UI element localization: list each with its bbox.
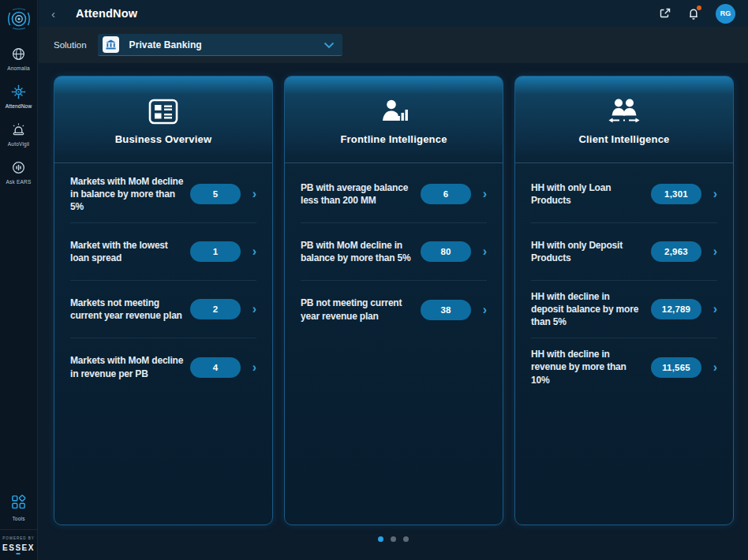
kpi-row: Markets with MoM decline in balance by m… <box>70 166 256 223</box>
kpi-count-pill[interactable]: 5 <box>190 184 241 204</box>
chevron-right-icon[interactable]: › <box>471 188 487 200</box>
kpi-label: HH with decline in deposit balance by mo… <box>531 290 651 329</box>
kpi-label: PB not meeting current year revenue plan <box>301 297 421 322</box>
sidebar-item-label: Ask EARS <box>6 179 32 185</box>
kpi-count-pill[interactable]: 12,789 <box>651 299 701 319</box>
notification-badge <box>697 6 701 10</box>
sidebar: Anomalia AttendNow <box>0 0 38 560</box>
siren-icon <box>11 120 26 139</box>
sidebar-item-ask-ears[interactable]: Ask EARS <box>0 158 38 185</box>
app-logo-icon[interactable] <box>3 5 35 33</box>
card-header: Client Intelligence <box>515 77 733 163</box>
kpi-label: PB with average balance less than 200 MM <box>301 181 421 207</box>
chevron-right-icon[interactable]: › <box>701 303 717 315</box>
card-title: Client Intelligence <box>515 133 733 145</box>
pagination-dot[interactable] <box>378 536 383 542</box>
kpi-count-pill[interactable]: 2 <box>190 299 241 319</box>
bank-icon <box>103 36 119 53</box>
solution-selected-value: Private Banking <box>129 39 202 50</box>
powered-by-label: POWERED BY <box>2 536 35 540</box>
card-business-overview: Business Overview Markets with MoM decli… <box>54 76 273 525</box>
sidebar-item-label: AttendNow <box>6 103 32 109</box>
kpi-row: HH with only Deposit Products 2,963 › <box>531 223 717 281</box>
kpi-label: Markets with MoM decline in balance by m… <box>70 175 190 214</box>
kpi-count-pill[interactable]: 38 <box>421 300 471 320</box>
card-header: Frontline Intelligence <box>285 77 503 163</box>
card-client-intelligence: Client Intelligence HH with only Loan Pr… <box>514 76 734 525</box>
card-rows: Markets with MoM decline in balance by m… <box>54 163 272 525</box>
kpi-count-pill[interactable]: 2,963 <box>651 241 701 262</box>
chevron-right-icon[interactable]: › <box>701 361 717 374</box>
essex-logo: ESSEX <box>2 543 35 552</box>
kpi-count-pill[interactable]: 4 <box>190 357 241 378</box>
chevron-right-icon[interactable]: › <box>701 245 717 258</box>
notification-bell-icon[interactable] <box>687 7 700 21</box>
pagination <box>39 536 748 542</box>
card-frontline-intelligence: Frontline Intelligence PB with average b… <box>284 76 503 525</box>
cards-container: Business Overview Markets with MoM decli… <box>54 76 734 525</box>
main-content: Business Overview Markets with MoM decli… <box>39 63 748 560</box>
kpi-row: PB with MoM decline in balance by more t… <box>301 223 487 281</box>
kpi-count-pill[interactable]: 1 <box>190 241 241 262</box>
kpi-row: HH with only Loan Products 1,301 › <box>531 166 717 223</box>
pagination-dot[interactable] <box>391 536 396 542</box>
external-link-icon[interactable] <box>659 7 671 20</box>
tools-label: Tools <box>12 516 24 521</box>
sidebar-item-attendnow[interactable]: AttendNow <box>0 82 38 109</box>
globe-icon <box>11 44 26 63</box>
card-header: Business Overview <box>54 77 272 163</box>
kpi-row: Markets not meeting current year revenue… <box>70 281 256 338</box>
solution-label: Solution <box>54 40 87 50</box>
kpi-row: PB with average balance less than 200 MM… <box>301 166 487 223</box>
kpi-label: PB with MoM decline in balance by more t… <box>301 239 421 264</box>
chevron-right-icon[interactable]: › <box>241 303 256 315</box>
powered-by-block: POWERED BY ESSEX <box>0 529 38 560</box>
solution-select[interactable]: Private Banking <box>98 34 342 56</box>
kpi-row: Markets with MoM decline in revenue per … <box>70 338 256 396</box>
chevron-right-icon[interactable]: › <box>241 245 256 258</box>
kpi-row: Market with the lowest loan spread 1 › <box>70 223 256 281</box>
chevron-down-icon <box>324 38 335 52</box>
avatar[interactable]: RG <box>716 4 735 24</box>
back-chevron-icon[interactable]: ‹ <box>51 8 55 20</box>
kpi-row: PB not meeting current year revenue plan… <box>301 281 487 338</box>
top-header: ‹ AttendNow RG <box>39 0 748 27</box>
kpi-count-pill[interactable]: 11,565 <box>651 357 701 378</box>
page-title: AttendNow <box>76 7 137 20</box>
chevron-right-icon[interactable]: › <box>471 304 487 316</box>
chevron-right-icon[interactable]: › <box>471 245 487 258</box>
audio-circle-icon <box>11 158 26 177</box>
kpi-count-pill[interactable]: 1,301 <box>651 184 701 204</box>
burst-icon <box>10 82 27 101</box>
kpi-label: HH with decline in revenue by more than … <box>531 348 651 386</box>
sidebar-item-label: AutoVigil <box>8 141 29 147</box>
card-rows: HH with only Loan Products 1,301 › HH wi… <box>515 163 733 525</box>
pagination-dot[interactable] <box>403 536 409 542</box>
kpi-label: HH with only Loan Products <box>531 181 651 207</box>
chevron-right-icon[interactable]: › <box>241 361 256 374</box>
person-chart-icon <box>285 97 503 125</box>
card-rows: PB with average balance less than 200 MM… <box>285 163 503 525</box>
people-exchange-icon <box>515 97 733 125</box>
chevron-right-icon[interactable]: › <box>241 188 256 200</box>
tools-grid-icon <box>10 494 27 513</box>
sidebar-item-tools[interactable]: Tools <box>10 494 27 521</box>
kpi-row: HH with decline in deposit balance by mo… <box>531 281 717 338</box>
solution-bar: Solution Private Banking <box>39 27 748 63</box>
kpi-count-pill[interactable]: 6 <box>421 184 471 204</box>
kpi-count-pill[interactable]: 80 <box>421 241 471 262</box>
kpi-label: Market with the lowest loan spread <box>70 239 190 264</box>
kpi-label: HH with only Deposit Products <box>531 239 651 264</box>
chevron-right-icon[interactable]: › <box>701 188 717 200</box>
sidebar-item-label: Anomalia <box>7 65 30 71</box>
card-title: Frontline Intelligence <box>285 133 503 145</box>
sidebar-item-autovigil[interactable]: AutoVigil <box>0 120 38 147</box>
kpi-row: HH with decline in revenue by more than … <box>531 338 717 396</box>
kpi-label: Markets not meeting current year revenue… <box>70 297 190 322</box>
card-title: Business Overview <box>54 133 272 145</box>
sidebar-item-anomalia[interactable]: Anomalia <box>0 44 38 71</box>
kpi-label: Markets with MoM decline in revenue per … <box>70 354 190 379</box>
list-card-icon <box>54 97 272 125</box>
topbar-actions: RG <box>659 4 735 24</box>
